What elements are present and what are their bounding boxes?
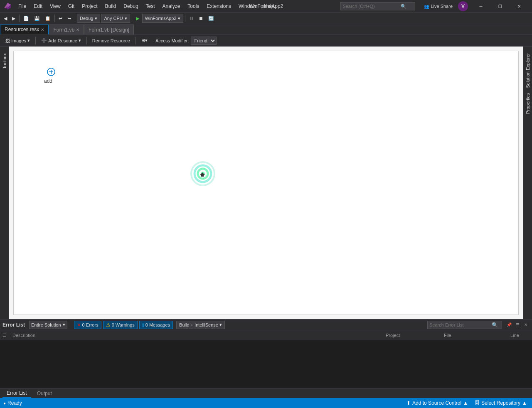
- solution-explorer-label[interactable]: Solution Explorer: [525, 51, 531, 91]
- minimize-button[interactable]: ─: [471, 0, 490, 12]
- restore-button[interactable]: ❐: [490, 0, 510, 12]
- tab-form1design[interactable]: Form1.vb [Design]: [84, 25, 134, 34]
- add-to-source-control-button[interactable]: ⬆ Add to Source Control ▲: [405, 400, 470, 406]
- messages-icon: ℹ: [142, 322, 144, 328]
- debug-config-dropdown[interactable]: Debug ▾: [77, 14, 100, 23]
- main-toolbar: ◀ ▶ 📄 💾 📋 ↩ ↪ Debug ▾ Any CPU ▾ ▶ WinFor…: [0, 12, 532, 24]
- search-input[interactable]: [342, 4, 401, 9]
- toolbar-separator-1: [19, 15, 20, 22]
- menu-project[interactable]: Project: [79, 2, 101, 11]
- new-project-button[interactable]: 📄: [21, 14, 31, 23]
- cursor-ripple: [190, 161, 215, 186]
- liveshare-icon: 👥: [424, 4, 429, 9]
- error-list-panel: Error List Entire Solution ▾ ✕ 0 Errors …: [0, 319, 532, 398]
- forward-button[interactable]: ▶: [10, 14, 17, 23]
- menu-analyze[interactable]: Analyze: [159, 2, 184, 11]
- messages-filter-button[interactable]: ℹ 0 Messages: [139, 321, 173, 329]
- content-area: ▶ AceMovi add: [9, 47, 523, 319]
- add-to-source-control-arrow: ▲: [463, 400, 468, 406]
- access-modifier-label: Access Modifier:: [155, 38, 189, 43]
- menu-test[interactable]: Test: [143, 2, 158, 11]
- resource-add-icon: [47, 68, 55, 76]
- access-modifier-select[interactable]: Friend Public: [191, 37, 217, 45]
- undo-button[interactable]: ↩: [57, 14, 64, 23]
- menu-build[interactable]: Build: [102, 2, 120, 11]
- line-column-header[interactable]: Line: [509, 333, 530, 338]
- select-repository-button[interactable]: 🗄 Select Repository ▲: [473, 400, 529, 406]
- warnings-filter-button[interactable]: ⚠ 0 Warnings: [103, 321, 138, 329]
- liveshare-button[interactable]: 👥 Live Share: [422, 2, 455, 11]
- add-resource-button[interactable]: ➕ Add Resource ▾: [38, 36, 84, 45]
- redo-button[interactable]: ↪: [65, 14, 73, 23]
- menu-view[interactable]: View: [47, 2, 64, 11]
- menu-extensions[interactable]: Extensions: [203, 2, 234, 11]
- errors-icon: ✕: [77, 322, 81, 328]
- run-target-dropdown[interactable]: WinFormsApp2 ▾: [142, 14, 184, 23]
- tab-form1vb-close[interactable]: ✕: [76, 27, 79, 32]
- tab-form1design-label: Form1.vb [Design]: [89, 27, 129, 33]
- errors-filter-button[interactable]: ✕ 0 Errors: [74, 321, 101, 329]
- error-list-search[interactable]: 🔍: [427, 321, 502, 329]
- editor-main: Toolbox ▶ AceMovi: [0, 47, 532, 319]
- debug-stop[interactable]: ⏹: [197, 14, 205, 23]
- images-button[interactable]: 🖼 Images ▾: [2, 36, 33, 45]
- profile-button[interactable]: V: [458, 1, 468, 11]
- error-search-icon: 🔍: [492, 322, 498, 328]
- panel-menu-button[interactable]: ☰: [514, 321, 521, 329]
- menu-debug[interactable]: Debug: [120, 2, 141, 11]
- tab-resources[interactable]: Resources.resx ✕: [0, 25, 49, 34]
- menu-tools[interactable]: Tools: [184, 2, 202, 11]
- remove-resource-button[interactable]: Remove Resource: [89, 36, 133, 45]
- run-button[interactable]: ▶: [134, 14, 141, 23]
- search-icon: 🔍: [401, 4, 406, 9]
- description-column-header[interactable]: Description: [11, 333, 384, 338]
- properties-label[interactable]: Properties: [525, 91, 531, 116]
- error-search-input[interactable]: [429, 322, 492, 327]
- left-sidebar: Toolbox: [0, 47, 9, 319]
- menu-file[interactable]: File: [15, 2, 30, 11]
- warnings-icon: ⚠: [106, 322, 111, 328]
- scope-dropdown[interactable]: Entire Solution ▾: [29, 321, 67, 329]
- tab-error-list[interactable]: Error List: [2, 389, 31, 398]
- close-button[interactable]: ✕: [510, 0, 529, 12]
- global-search[interactable]: 🔍: [340, 2, 415, 10]
- toolbar-separator-3: [75, 15, 75, 22]
- project-column-header[interactable]: Project: [384, 333, 442, 338]
- resource-sep-3: [135, 37, 136, 44]
- bottom-tabs: Error List Output: [0, 388, 532, 398]
- tab-resources-close[interactable]: ✕: [41, 27, 44, 32]
- panel-close-button[interactable]: ✕: [522, 321, 530, 329]
- ready-icon: ●: [3, 401, 6, 406]
- platform-config-dropdown[interactable]: Any CPU ▾: [101, 14, 130, 23]
- warnings-label: Warnings: [116, 322, 135, 327]
- platform-label: Any CPU: [104, 16, 123, 21]
- ready-label: Ready: [7, 400, 22, 406]
- liveshare-label: Live Share: [431, 4, 453, 9]
- tab-form1vb-label: Form1.vb: [53, 27, 74, 33]
- scope-arrow: ▾: [63, 322, 65, 327]
- menu-edit[interactable]: Edit: [30, 2, 46, 11]
- add-resource-arrow: ▾: [79, 38, 81, 43]
- sort-col: ☰: [2, 333, 11, 337]
- svg-point-4: [195, 165, 211, 182]
- build-filter-dropdown[interactable]: Build + IntelliSense ▾: [176, 321, 225, 329]
- right-sidebar: Solution Explorer Properties: [523, 47, 532, 319]
- view-toggle-button[interactable]: ⊞▾: [138, 36, 150, 45]
- debug-pause[interactable]: ⏸: [187, 14, 196, 23]
- toolbar-separator-4: [132, 15, 132, 22]
- save-all-button[interactable]: 📋: [43, 14, 53, 23]
- resource-editor[interactable]: add: [13, 51, 519, 315]
- panel-pin-button[interactable]: 📌: [505, 321, 513, 329]
- file-column-header[interactable]: File: [442, 333, 509, 338]
- tab-output[interactable]: Output: [33, 389, 56, 398]
- toolbox-label[interactable]: Toolbox: [1, 51, 8, 71]
- error-panel-controls: 📌 ☰ ✕: [505, 321, 530, 329]
- back-button[interactable]: ◀: [2, 14, 9, 23]
- error-table-header: ☰ Description Project File Line: [0, 330, 532, 340]
- tab-resources-label: Resources.resx: [5, 27, 39, 32]
- tab-form1vb[interactable]: Form1.vb ✕: [49, 25, 84, 34]
- menu-git[interactable]: Git: [65, 2, 78, 11]
- debug-restart[interactable]: 🔄: [206, 14, 216, 23]
- save-button[interactable]: 💾: [32, 14, 42, 23]
- messages-count: 0: [145, 322, 148, 327]
